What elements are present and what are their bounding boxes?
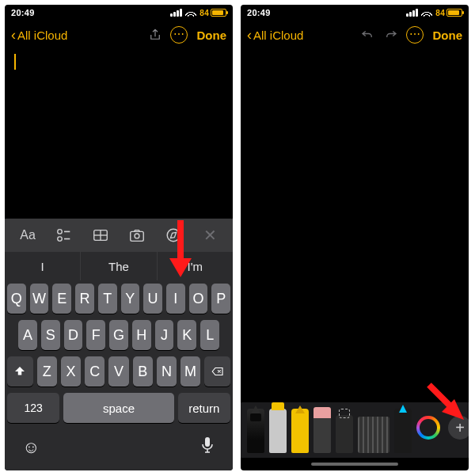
key-123[interactable]: 123 [7,393,59,423]
tool-pencil[interactable] [291,409,309,453]
home-indicator [241,458,469,470]
markup-button[interactable] [155,219,192,252]
key-return[interactable]: return [178,393,230,423]
key-m[interactable]: M [180,356,200,387]
more-button[interactable] [169,25,189,45]
table-icon [92,227,109,244]
key-row-3: Z X C V B N M [7,356,230,387]
back-label: All iCloud [253,29,303,42]
tool-lasso[interactable] [336,415,353,453]
markup-icon [165,227,182,244]
undo-icon [360,28,374,42]
key-f[interactable]: F [86,320,105,350]
battery-icon: 84 [435,9,462,17]
key-w[interactable]: W [30,284,49,314]
checklist-icon [55,227,73,244]
clock: 20:49 [247,8,271,17]
keyboard: Q W E R T Y U I O P A S D F G H [5,280,233,423]
key-x[interactable]: X [61,356,81,387]
dismiss-toolbar-button[interactable]: ✕ [192,219,228,252]
status-bar: 20:49 84 [5,5,233,21]
key-t[interactable]: T [98,284,117,314]
tool-pen[interactable] [247,409,264,453]
add-button[interactable]: + [448,416,469,440]
key-row-2: A S D F G H J K L [7,320,230,350]
key-l[interactable]: L [200,320,219,350]
tool-brush[interactable] [394,409,412,453]
key-k[interactable]: K [177,320,196,350]
key-a[interactable]: A [18,320,37,350]
key-h[interactable]: H [132,320,151,350]
ellipsis-circle-icon [406,26,424,44]
cellular-icon [406,9,418,17]
key-row-1: Q W E R T Y U I O P [7,284,230,314]
key-d[interactable]: D [64,320,83,350]
key-o[interactable]: O [189,284,208,314]
key-space[interactable]: space [63,393,173,423]
nav-bar: ‹ All iCloud Done [241,21,469,49]
key-j[interactable]: J [155,320,174,350]
key-v[interactable]: V [108,356,128,387]
note-editor[interactable] [5,49,233,219]
screenshot-keyboard: 20:49 84 ‹ All iCloud Done [5,5,233,470]
camera-button[interactable] [119,219,155,252]
wifi-icon [185,9,196,17]
back-button[interactable]: ‹ All iCloud [247,28,303,42]
tool-eraser[interactable] [314,415,331,453]
drawing-canvas[interactable] [241,49,469,402]
suggestion[interactable]: I [5,252,80,280]
back-label: All iCloud [17,29,67,42]
emoji-button[interactable]: ☺ [22,437,40,458]
camera-icon [128,227,146,244]
done-button[interactable]: Done [433,29,463,42]
svg-rect-7 [131,231,144,241]
tool-ruler[interactable] [358,417,390,453]
key-u[interactable]: U [143,284,162,314]
color-picker[interactable] [416,416,440,440]
key-p[interactable]: P [211,284,230,314]
table-button[interactable] [82,219,119,252]
suggestion[interactable]: The [80,252,156,280]
checklist-button[interactable] [46,219,82,252]
redo-icon [384,28,398,42]
key-e[interactable]: E [52,284,71,314]
key-delete[interactable] [204,356,230,387]
key-b[interactable]: B [133,356,153,387]
key-shift[interactable] [7,356,33,387]
svg-point-9 [167,229,180,242]
key-c[interactable]: C [85,356,104,387]
more-button[interactable] [405,25,425,45]
drawing-toolbar: + [241,402,469,458]
key-y[interactable]: Y [121,284,140,314]
tool-marker[interactable] [269,409,287,453]
chevron-left-icon: ‹ [11,28,16,42]
key-i[interactable]: I [166,284,185,314]
done-button[interactable]: Done [197,29,227,42]
shift-icon [13,364,27,379]
wifi-icon [421,9,432,17]
battery-icon: 84 [200,9,226,17]
key-n[interactable]: N [157,356,177,387]
svg-point-0 [58,230,63,234]
format-toolbar: Aa ✕ [5,219,233,252]
share-button[interactable] [145,25,165,45]
back-button[interactable]: ‹ All iCloud [11,28,67,42]
keyboard-area: Aa ✕ I The I'm [5,219,233,470]
key-g[interactable]: G [109,320,128,350]
redo-button[interactable] [381,25,401,45]
key-row-4: 123 space return [7,393,230,423]
svg-point-8 [135,234,139,238]
nav-bar: ‹ All iCloud Done [5,21,233,49]
key-z[interactable]: Z [37,356,57,387]
undo-button[interactable] [357,25,378,45]
text-format-button[interactable]: Aa [10,219,46,252]
ellipsis-circle-icon [170,26,188,44]
key-q[interactable]: Q [7,284,26,314]
status-bar: 20:49 84 [241,5,469,21]
svg-point-2 [58,237,63,242]
key-s[interactable]: S [41,320,60,350]
suggestion[interactable]: I'm [157,252,233,280]
dictation-button[interactable] [200,436,215,459]
keyboard-bottom-row: ☺ [5,429,233,470]
key-r[interactable]: R [75,284,94,314]
